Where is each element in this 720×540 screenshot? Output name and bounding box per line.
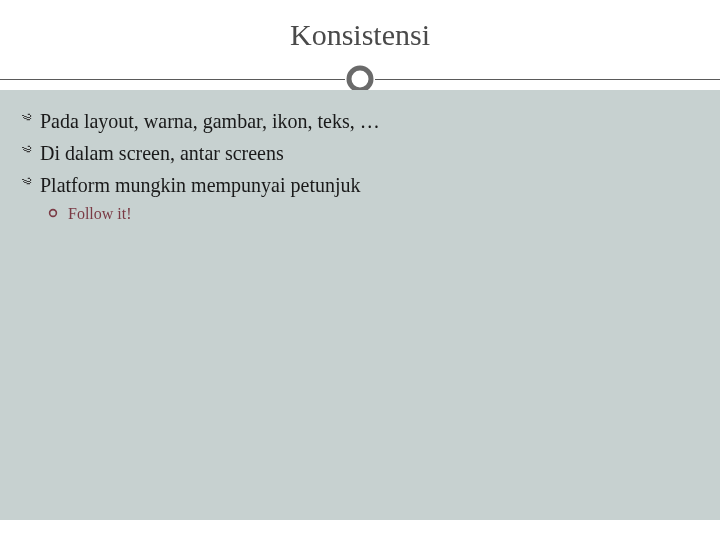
body-area: ༄ Pada layout, warna, gambar, ikon, teks…: [0, 90, 720, 520]
swirl-bullet-icon: ༄: [22, 140, 40, 163]
title-area: Konsistensi: [0, 0, 720, 52]
bullet-text: Platform mungkin mempunyai petunjuk: [40, 172, 361, 198]
svg-point-1: [50, 210, 57, 217]
circle-bullet-icon: [48, 204, 64, 222]
list-item: ༄ Platform mungkin mempunyai petunjuk: [22, 172, 698, 198]
svg-point-0: [349, 68, 371, 90]
list-item: ༄ Di dalam screen, antar screens: [22, 140, 698, 166]
list-item: ༄ Pada layout, warna, gambar, ikon, teks…: [22, 108, 698, 134]
bullet-text: Pada layout, warna, gambar, ikon, teks, …: [40, 108, 380, 134]
slide-title: Konsistensi: [0, 18, 720, 52]
list-item: Follow it!: [48, 204, 698, 225]
swirl-bullet-icon: ༄: [22, 172, 40, 195]
swirl-bullet-icon: ༄: [22, 108, 40, 131]
sub-bullet-text: Follow it!: [64, 204, 132, 225]
sub-bullet-list: Follow it!: [48, 204, 698, 225]
slide: Konsistensi ༄ Pada layout, warna, gambar…: [0, 0, 720, 540]
bullet-text: Di dalam screen, antar screens: [40, 140, 284, 166]
bullet-list: ༄ Pada layout, warna, gambar, ikon, teks…: [22, 108, 698, 198]
